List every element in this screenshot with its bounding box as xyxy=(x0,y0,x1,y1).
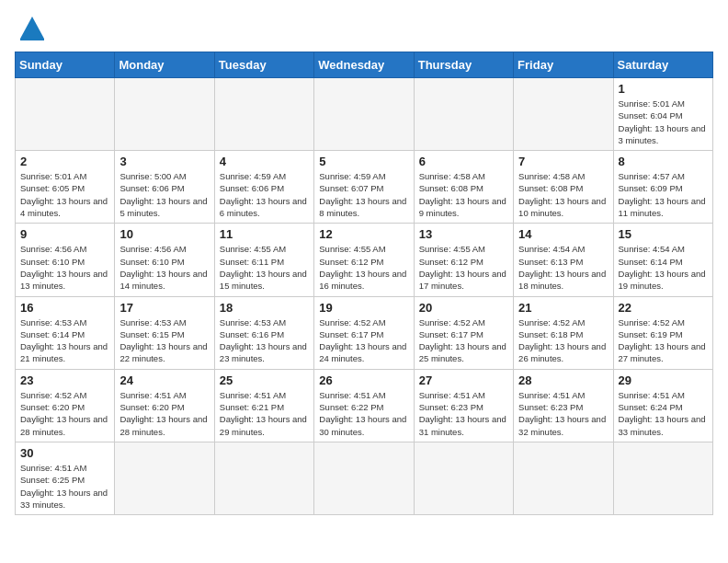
day-info: Sunrise: 4:51 AM Sunset: 6:24 PM Dayligh… xyxy=(619,389,708,438)
day-info: Sunrise: 4:51 AM Sunset: 6:20 PM Dayligh… xyxy=(119,389,209,438)
logo xyxy=(15,15,46,40)
day-info: Sunrise: 4:52 AM Sunset: 6:17 PM Dayligh… xyxy=(419,316,508,365)
day-info: Sunrise: 4:59 AM Sunset: 6:07 PM Dayligh… xyxy=(319,170,408,219)
calendar-cell: 16Sunrise: 4:53 AM Sunset: 6:14 PM Dayli… xyxy=(16,296,115,369)
day-header-tuesday: Tuesday xyxy=(214,52,313,78)
day-number: 19 xyxy=(319,301,408,315)
day-header-monday: Monday xyxy=(115,52,214,78)
day-info: Sunrise: 4:51 AM Sunset: 6:23 PM Dayligh… xyxy=(518,389,608,438)
day-number: 20 xyxy=(419,301,508,315)
calendar-cell: 12Sunrise: 4:55 AM Sunset: 6:12 PM Dayli… xyxy=(314,224,414,296)
calendar-cell: 14Sunrise: 4:54 AM Sunset: 6:13 PM Dayli… xyxy=(514,224,613,296)
day-number: 24 xyxy=(119,373,209,387)
calendar-cell: 10Sunrise: 4:56 AM Sunset: 6:10 PM Dayli… xyxy=(115,224,214,296)
day-number: 29 xyxy=(619,373,708,387)
svg-rect-1 xyxy=(20,39,44,40)
day-info: Sunrise: 5:01 AM Sunset: 6:04 PM Dayligh… xyxy=(619,98,708,146)
day-number: 30 xyxy=(20,446,109,460)
calendar-cell xyxy=(214,78,313,151)
day-number: 28 xyxy=(518,373,608,387)
calendar-week-row: 1Sunrise: 5:01 AM Sunset: 6:04 PM Daylig… xyxy=(16,78,713,151)
day-info: Sunrise: 4:52 AM Sunset: 6:17 PM Dayligh… xyxy=(319,316,408,365)
calendar-cell: 9Sunrise: 4:56 AM Sunset: 6:10 PM Daylig… xyxy=(16,224,115,296)
calendar-cell: 2Sunrise: 5:01 AM Sunset: 6:05 PM Daylig… xyxy=(16,151,115,224)
calendar-cell: 11Sunrise: 4:55 AM Sunset: 6:11 PM Dayli… xyxy=(214,224,313,296)
day-number: 22 xyxy=(619,301,708,315)
day-info: Sunrise: 4:53 AM Sunset: 6:16 PM Dayligh… xyxy=(220,316,309,365)
day-number: 17 xyxy=(119,301,209,315)
day-number: 26 xyxy=(319,373,408,387)
day-info: Sunrise: 4:51 AM Sunset: 6:22 PM Dayligh… xyxy=(319,389,408,438)
day-number: 1 xyxy=(619,82,708,96)
day-number: 4 xyxy=(220,155,309,168)
calendar-cell: 15Sunrise: 4:54 AM Sunset: 6:14 PM Dayli… xyxy=(613,224,712,296)
calendar-cell xyxy=(414,78,513,151)
day-number: 21 xyxy=(518,301,608,315)
calendar-week-row: 30Sunrise: 4:51 AM Sunset: 6:25 PM Dayli… xyxy=(16,442,713,514)
calendar-cell xyxy=(514,442,613,514)
day-number: 6 xyxy=(419,155,508,168)
day-number: 23 xyxy=(20,373,109,387)
calendar-cell: 17Sunrise: 4:53 AM Sunset: 6:15 PM Dayli… xyxy=(115,296,214,369)
day-number: 18 xyxy=(220,301,309,315)
day-header-sunday: Sunday xyxy=(16,52,115,78)
calendar-cell xyxy=(414,442,513,514)
day-info: Sunrise: 4:51 AM Sunset: 6:25 PM Dayligh… xyxy=(20,462,109,511)
day-info: Sunrise: 5:01 AM Sunset: 6:05 PM Dayligh… xyxy=(20,170,109,219)
day-number: 2 xyxy=(20,155,109,168)
day-info: Sunrise: 4:56 AM Sunset: 6:10 PM Dayligh… xyxy=(20,243,109,292)
calendar-cell: 19Sunrise: 4:52 AM Sunset: 6:17 PM Dayli… xyxy=(314,296,414,369)
calendar-cell xyxy=(214,442,313,514)
day-info: Sunrise: 4:51 AM Sunset: 6:23 PM Dayligh… xyxy=(419,389,508,438)
calendar-cell: 8Sunrise: 4:57 AM Sunset: 6:09 PM Daylig… xyxy=(613,151,712,224)
calendar-cell: 28Sunrise: 4:51 AM Sunset: 6:23 PM Dayli… xyxy=(514,369,613,442)
calendar-cell: 24Sunrise: 4:51 AM Sunset: 6:20 PM Dayli… xyxy=(115,369,214,442)
day-number: 9 xyxy=(20,227,109,241)
calendar-cell: 29Sunrise: 4:51 AM Sunset: 6:24 PM Dayli… xyxy=(613,369,712,442)
header xyxy=(15,15,713,40)
calendar-cell: 30Sunrise: 4:51 AM Sunset: 6:25 PM Dayli… xyxy=(16,442,115,514)
calendar-cell xyxy=(16,78,115,151)
calendar-cell: 5Sunrise: 4:59 AM Sunset: 6:07 PM Daylig… xyxy=(314,151,414,224)
day-info: Sunrise: 4:55 AM Sunset: 6:11 PM Dayligh… xyxy=(220,243,309,292)
day-number: 12 xyxy=(319,227,408,241)
calendar-cell: 6Sunrise: 4:58 AM Sunset: 6:08 PM Daylig… xyxy=(414,151,513,224)
calendar-cell: 1Sunrise: 5:01 AM Sunset: 6:04 PM Daylig… xyxy=(613,78,712,151)
day-info: Sunrise: 4:58 AM Sunset: 6:08 PM Dayligh… xyxy=(518,170,608,219)
day-number: 7 xyxy=(518,155,608,168)
day-header-wednesday: Wednesday xyxy=(314,52,414,78)
day-info: Sunrise: 4:57 AM Sunset: 6:09 PM Dayligh… xyxy=(619,170,708,219)
day-info: Sunrise: 4:54 AM Sunset: 6:13 PM Dayligh… xyxy=(518,243,608,292)
calendar-cell: 20Sunrise: 4:52 AM Sunset: 6:17 PM Dayli… xyxy=(414,296,513,369)
day-number: 13 xyxy=(419,227,508,241)
calendar-cell: 21Sunrise: 4:52 AM Sunset: 6:18 PM Dayli… xyxy=(514,296,613,369)
day-info: Sunrise: 4:56 AM Sunset: 6:10 PM Dayligh… xyxy=(119,243,209,292)
day-info: Sunrise: 4:51 AM Sunset: 6:21 PM Dayligh… xyxy=(220,389,309,438)
calendar-cell: 22Sunrise: 4:52 AM Sunset: 6:19 PM Dayli… xyxy=(613,296,712,369)
day-info: Sunrise: 4:59 AM Sunset: 6:06 PM Dayligh… xyxy=(220,170,309,219)
calendar-week-row: 9Sunrise: 4:56 AM Sunset: 6:10 PM Daylig… xyxy=(16,224,713,296)
calendar-week-row: 2Sunrise: 5:01 AM Sunset: 6:05 PM Daylig… xyxy=(16,151,713,224)
calendar-cell xyxy=(314,442,414,514)
calendar-cell: 25Sunrise: 4:51 AM Sunset: 6:21 PM Dayli… xyxy=(214,369,313,442)
day-number: 15 xyxy=(619,227,708,241)
calendar-cell: 27Sunrise: 4:51 AM Sunset: 6:23 PM Dayli… xyxy=(414,369,513,442)
day-number: 14 xyxy=(518,227,608,241)
day-header-friday: Friday xyxy=(514,52,613,78)
calendar-cell xyxy=(115,442,214,514)
logo-icon xyxy=(18,15,46,40)
calendar-cell xyxy=(613,442,712,514)
day-header-saturday: Saturday xyxy=(613,52,712,78)
calendar-cell: 4Sunrise: 4:59 AM Sunset: 6:06 PM Daylig… xyxy=(214,151,313,224)
day-info: Sunrise: 4:53 AM Sunset: 6:14 PM Dayligh… xyxy=(20,316,109,365)
calendar-cell: 13Sunrise: 4:55 AM Sunset: 6:12 PM Dayli… xyxy=(414,224,513,296)
calendar-cell xyxy=(314,78,414,151)
day-number: 3 xyxy=(119,155,209,168)
calendar-cell xyxy=(514,78,613,151)
day-info: Sunrise: 5:00 AM Sunset: 6:06 PM Dayligh… xyxy=(119,170,209,219)
day-info: Sunrise: 4:55 AM Sunset: 6:12 PM Dayligh… xyxy=(419,243,508,292)
day-info: Sunrise: 4:52 AM Sunset: 6:18 PM Dayligh… xyxy=(518,316,608,365)
day-number: 10 xyxy=(119,227,209,241)
day-number: 8 xyxy=(619,155,708,168)
day-number: 25 xyxy=(220,373,309,387)
